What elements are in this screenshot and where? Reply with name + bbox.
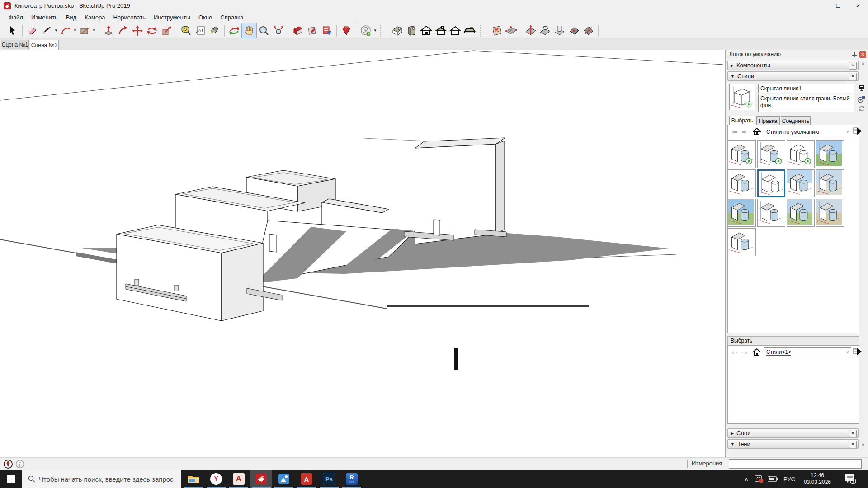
tray-scroll-down[interactable]: ∨ <box>861 442 865 448</box>
arc-tool[interactable] <box>58 23 73 38</box>
tab-mix[interactable]: Соединить <box>781 116 811 125</box>
view-top[interactable] <box>462 23 477 38</box>
style-thumbnail-5[interactable] <box>728 169 756 197</box>
zoom-tool[interactable] <box>257 23 271 38</box>
section-styles-close[interactable]: ✕ <box>849 73 857 80</box>
tray-sync-icon[interactable] <box>752 470 766 488</box>
scene-tab-1[interactable]: Сцена №1 <box>1 40 29 49</box>
create-new-style-icon[interactable] <box>857 95 865 103</box>
taskbar-search[interactable]: Чтобы начать поиск, введите здесь запрос <box>22 470 181 488</box>
paint-bucket-tool[interactable] <box>208 23 222 38</box>
style-thumbnail-11[interactable] <box>787 199 815 227</box>
tray-battery-icon[interactable] <box>766 470 780 488</box>
line-tool[interactable] <box>39 23 54 38</box>
styles-home-icon[interactable] <box>753 127 761 136</box>
arc-tool-dropdown[interactable]: ▼ <box>73 23 77 38</box>
menu-edit[interactable]: Изменить <box>27 13 62 22</box>
taskbar-autocad[interactable]: A <box>228 470 250 488</box>
style-thumbnail-12[interactable] <box>816 199 844 227</box>
tray-clock[interactable]: 12:4603.03.2026 <box>798 470 836 488</box>
style-thumbnail-13[interactable] <box>728 228 756 256</box>
menu-file[interactable]: Файл <box>5 13 27 22</box>
push-pull-tool[interactable] <box>101 23 116 38</box>
taskbar-revit[interactable]: R RVT <box>341 470 363 488</box>
menu-tools[interactable]: Инструменты <box>150 13 194 22</box>
update-style-icon[interactable] <box>858 105 865 112</box>
menu-camera[interactable]: Камера <box>80 13 109 22</box>
action-center-icon[interactable]: 1 <box>840 470 861 488</box>
sandbox-smoove[interactable] <box>524 23 538 38</box>
menu-window[interactable]: Окно <box>194 13 216 22</box>
sandbox-drape[interactable] <box>552 23 567 38</box>
rectangle-tool[interactable] <box>77 23 92 38</box>
secondary-detail-arrow-button[interactable] <box>853 347 862 357</box>
model-viewport[interactable] <box>0 50 725 457</box>
style-thumbnail-3[interactable] <box>787 140 815 168</box>
taskbar-photoshop[interactable]: Ps <box>318 470 340 488</box>
menu-view[interactable]: Вид <box>62 13 81 22</box>
style-collection-dropdown[interactable]: Стили по умолчанию ˅ <box>764 127 851 136</box>
tab-edit[interactable]: Правка <box>756 116 780 125</box>
style-thumbnail-2[interactable] <box>757 140 785 168</box>
start-button[interactable] <box>0 470 22 488</box>
taskbar-sketchup-active[interactable] <box>250 470 272 488</box>
follow-me-tool[interactable] <box>116 23 130 38</box>
secondary-forward-icon[interactable]: ⇨ <box>742 349 747 356</box>
sandbox-from-contours[interactable] <box>490 23 504 38</box>
measurements-input[interactable] <box>729 459 862 469</box>
tray-language-indicator[interactable]: РУС <box>780 470 798 488</box>
secondary-collection-dropdown[interactable]: Стили<1> ˅ <box>764 347 851 357</box>
taskbar-file-explorer[interactable] <box>183 470 204 488</box>
zoom-extents-tool[interactable] <box>271 23 286 38</box>
section-layers-close[interactable]: ✕ <box>849 430 857 437</box>
style-description[interactable]: Скрытая линия стиля грани. Белый фон. <box>758 94 854 112</box>
secondary-home-icon[interactable] <box>753 348 761 356</box>
info-icon[interactable] <box>15 460 24 469</box>
minimize-button[interactable]: — <box>808 0 828 12</box>
tape-measure-tool[interactable] <box>179 23 193 38</box>
view-front[interactable] <box>419 23 434 38</box>
style-thumbnail-6[interactable] <box>757 169 785 197</box>
style-thumbnail-1[interactable] <box>728 140 756 168</box>
tray-close-button[interactable]: ✕ <box>859 51 866 58</box>
move-tool[interactable] <box>130 23 145 38</box>
account-dropdown[interactable]: ▼ <box>373 23 377 38</box>
view-back[interactable] <box>448 23 462 38</box>
offset-tool[interactable] <box>159 23 174 38</box>
style-thumbnail-7[interactable] <box>787 169 815 197</box>
3d-warehouse-get-models[interactable] <box>291 23 305 38</box>
account-icon[interactable] <box>359 23 373 38</box>
select-tool[interactable] <box>5 23 20 38</box>
section-components-close[interactable]: ✕ <box>849 62 857 70</box>
menu-help[interactable]: Справка <box>216 13 247 22</box>
styles-forward-icon[interactable]: ⇨ <box>742 128 747 136</box>
text-tool[interactable]: A1 <box>193 23 208 38</box>
scene-tab-2[interactable]: Сцена №2 <box>30 40 59 50</box>
sandbox-stamp[interactable] <box>538 23 552 38</box>
section-styles[interactable]: ▼ Стили ✕ <box>727 71 859 81</box>
tray-scroll-up[interactable]: ∧ <box>861 61 865 66</box>
styles-back-icon[interactable]: ⇦ <box>732 128 737 136</box>
pan-tool[interactable] <box>241 23 257 38</box>
taskbar-acrobat[interactable]: A <box>296 470 317 488</box>
maximize-button[interactable]: ☐ <box>828 0 848 12</box>
sandbox-add-detail[interactable] <box>567 23 581 38</box>
sandbox-flip-edge[interactable] <box>581 23 596 38</box>
tab-select[interactable]: Выбрать <box>729 116 755 125</box>
tray-chevron-icon[interactable]: ∧ <box>741 470 752 488</box>
close-button[interactable]: ✕ <box>848 0 868 12</box>
menu-draw[interactable]: Нарисовать <box>109 13 150 22</box>
eraser-tool[interactable] <box>25 23 39 38</box>
sandbox-from-scratch[interactable] <box>504 23 519 38</box>
style-thumbnail-8[interactable] <box>816 169 844 197</box>
secondary-back-icon[interactable]: ⇦ <box>732 349 737 356</box>
orbit-tool[interactable] <box>227 23 241 38</box>
taskbar-photos[interactable] <box>273 470 295 488</box>
section-components[interactable]: ▶ Компоненты ✕ <box>727 61 859 70</box>
view-side[interactable] <box>405 23 419 38</box>
3d-warehouse-share-component[interactable] <box>320 23 334 38</box>
section-layers[interactable]: ▶ Слои ✕ <box>727 428 859 438</box>
rotate-tool[interactable] <box>145 23 159 38</box>
line-tool-dropdown[interactable]: ▼ <box>54 23 58 38</box>
view-right[interactable] <box>434 23 448 38</box>
